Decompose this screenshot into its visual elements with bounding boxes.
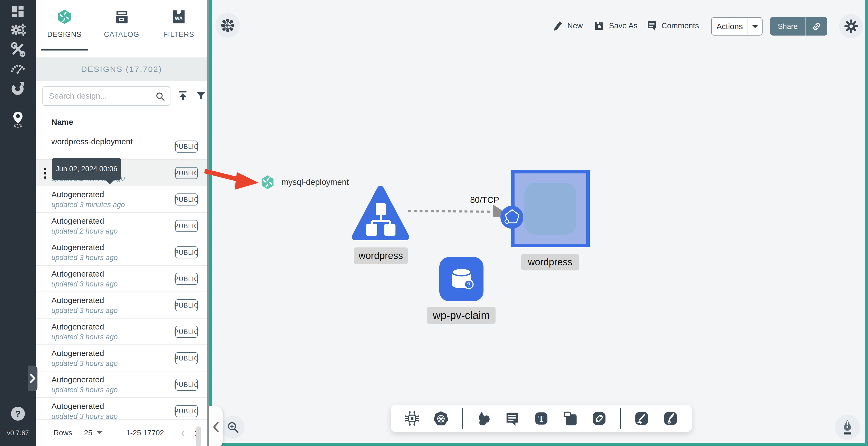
text-icon[interactable]: T: [533, 410, 549, 426]
design-updated: updated 2 hours ago: [51, 227, 118, 235]
page-size-select[interactable]: 25: [84, 428, 102, 437]
tab-filters-label: FILTERS: [163, 31, 194, 39]
design-name: Autogenerated: [51, 402, 104, 411]
kanvas-donut-icon[interactable]: [0, 80, 36, 96]
design-row[interactable]: Autogenerated updated 3 hours ago PUBLIC: [36, 371, 207, 398]
design-name: Autogenerated: [51, 190, 104, 199]
deployment-label: wordpress: [354, 247, 408, 264]
panel-tabs: DESIGNS CATALOG: [36, 0, 207, 58]
page-size-value: 25: [84, 428, 92, 437]
share-label: Share: [770, 17, 805, 36]
svg-text:?: ?: [467, 281, 470, 288]
visibility-badge: PUBLIC: [175, 273, 198, 285]
tab-filters[interactable]: WA FILTERS: [150, 0, 207, 58]
service-port-icon[interactable]: [500, 205, 524, 229]
filter-funnel-icon[interactable]: [195, 90, 207, 102]
media-icon[interactable]: [562, 410, 578, 426]
design-mode-button[interactable]: [835, 415, 860, 440]
share-button[interactable]: Share: [770, 17, 827, 36]
actions-label: Actions: [712, 18, 748, 35]
pagination-range: 1-25 17702: [126, 428, 164, 437]
design-row[interactable]: Autogenerated updated 3 hours ago PUBLIC: [36, 318, 207, 344]
catalog-archive-icon: [114, 9, 129, 25]
gear-icon: [844, 19, 858, 33]
visibility-badge: PUBLIC: [175, 352, 198, 364]
design-row[interactable]: Autogenerated updated 3 hours ago PUBLIC: [36, 398, 207, 419]
dock-divider: [620, 408, 621, 428]
visibility-badge: PUBLIC: [175, 379, 198, 391]
tab-designs[interactable]: DESIGNS: [36, 0, 93, 58]
search-icon[interactable]: [155, 91, 166, 102]
new-button[interactable]: New: [552, 20, 583, 31]
sidebar-divider: [0, 105, 36, 105]
column-header-name: Name: [51, 117, 73, 127]
node-wordpress-deployment[interactable]: [351, 184, 410, 243]
lifecycle-gears-icon[interactable]: [0, 22, 36, 38]
help-button[interactable]: ?: [11, 407, 25, 421]
meshery-logo-icon: [57, 9, 72, 25]
row-menu-kebab-icon[interactable]: [43, 168, 46, 178]
mesh-cluster-button[interactable]: [215, 13, 240, 38]
design-canvas[interactable]: New Save As Comments Actions Share: [209, 0, 868, 446]
performance-gauge-icon[interactable]: [0, 61, 36, 75]
design-row[interactable]: Autogenerated updated 3 hours ago PUBLIC: [36, 344, 207, 371]
visibility-badge: PUBLIC: [175, 167, 198, 179]
design-row[interactable]: wordpress-deployment PUBLIC: [36, 133, 207, 159]
freehand-pencil-icon[interactable]: [662, 410, 679, 426]
panel-expand-handle[interactable]: [28, 366, 37, 391]
design-name: Autogenerated: [51, 349, 104, 358]
meshery-logo-icon: [260, 175, 275, 190]
prev-page-button[interactable]: ‹: [181, 427, 185, 439]
node-wp-pv-claim[interactable]: ?: [439, 257, 484, 301]
tab-designs-label: DESIGNS: [48, 31, 82, 39]
kubernetes-icon[interactable]: [433, 410, 449, 426]
design-row[interactable]: Autogenerated updated 3 hours ago PUBLIC: [36, 291, 207, 318]
design-name: Autogenerated: [51, 296, 104, 305]
visibility-badge: PUBLIC: [175, 299, 198, 311]
actions-button[interactable]: Actions: [711, 17, 763, 36]
meshmap-pin-icon[interactable]: [0, 111, 36, 128]
link-siblings-icon[interactable]: [591, 410, 607, 426]
pvc-label: wp-pv-claim: [427, 307, 496, 324]
comments-button[interactable]: Comments: [647, 20, 699, 31]
search-input[interactable]: [49, 87, 153, 105]
visibility-badge: PUBLIC: [175, 405, 198, 417]
comments-icon: [647, 20, 657, 31]
comment-icon[interactable]: [504, 410, 520, 426]
design-row[interactable]: Autogenerated updated 3 hours ago PUBLIC: [36, 265, 207, 291]
visibility-badge: PUBLIC: [175, 194, 198, 206]
components-icon[interactable]: [404, 410, 420, 426]
dashboard-icon[interactable]: [0, 4, 36, 19]
updated-tooltip: Jun 02, 2024 00:06: [52, 158, 121, 180]
save-as-label: Save As: [609, 22, 638, 30]
tab-catalog[interactable]: CATALOG: [93, 0, 150, 58]
comments-label: Comments: [661, 22, 699, 30]
design-row[interactable]: Autogenerated updated 2 hours ago PUBLIC: [36, 212, 207, 239]
rows-label: Rows: [54, 428, 72, 437]
service-inner-shape: [524, 183, 576, 235]
panel-collapse-handle[interactable]: [209, 406, 223, 446]
wasm-filter-icon: WA: [172, 9, 186, 25]
search-row: [36, 81, 207, 111]
search-box: [42, 86, 170, 106]
save-as-button[interactable]: Save As: [594, 20, 638, 31]
pen-tool-icon[interactable]: [633, 410, 650, 426]
design-row[interactable]: Autogenerated updated 3 minutes ago PUBL…: [36, 186, 207, 212]
volume-claim-icon: ?: [447, 265, 476, 294]
svg-text:T: T: [538, 414, 544, 423]
actions-dropdown[interactable]: [748, 18, 762, 35]
design-row[interactable]: Autogenerated updated 3 hours ago PUBLIC: [36, 239, 207, 265]
node-mysql-deployment[interactable]: mysql-deployment: [260, 175, 349, 190]
zoom-in-button[interactable]: [221, 416, 245, 439]
copy-link-button[interactable]: [805, 17, 827, 36]
chevron-down-icon: [97, 431, 102, 434]
upload-design-icon[interactable]: [177, 90, 189, 102]
shapes-icon[interactable]: [475, 410, 492, 426]
scrollbar-thumb[interactable]: [196, 426, 201, 446]
save-icon: [594, 20, 605, 31]
toolkit-icon[interactable]: [0, 42, 36, 57]
design-name: Autogenerated: [51, 322, 104, 331]
pencil-icon: [552, 20, 563, 31]
settings-button[interactable]: [839, 14, 863, 38]
visibility-badge: PUBLIC: [175, 326, 198, 338]
